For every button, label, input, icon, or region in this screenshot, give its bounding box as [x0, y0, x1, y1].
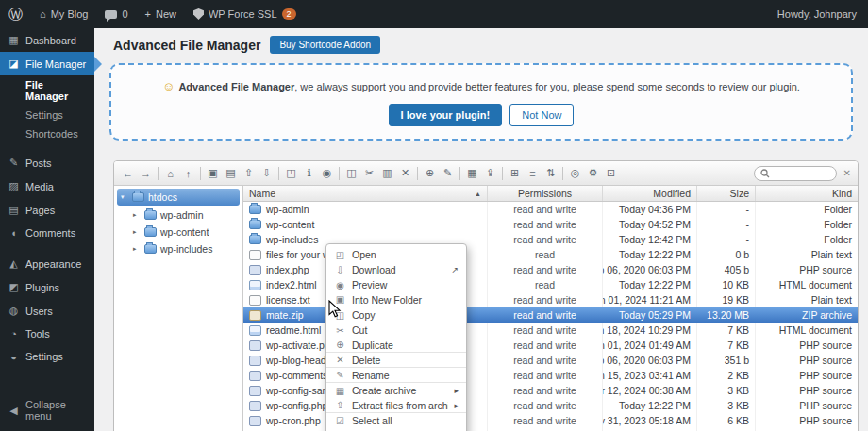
sidebar-item[interactable]: ▤ Pages: [0, 198, 94, 222]
toolbar-icon[interactable]: [158, 167, 159, 180]
sidebar-item[interactable]: ◩ Plugins: [0, 275, 94, 299]
context-menu-item[interactable]: ◫ Copy: [326, 307, 466, 323]
info-icon[interactable]: ℹ: [300, 165, 318, 182]
sidebar-subitem[interactable]: File Manager: [0, 75, 94, 106]
sidebar-item[interactable]: ✎ Posts: [0, 151, 94, 174]
file-type-icon: [249, 205, 261, 214]
love-plugin-button[interactable]: I love your plugin!: [389, 104, 503, 126]
wp-force-ssl-link[interactable]: WP Force SSL 2: [185, 0, 305, 28]
upload-icon[interactable]: ⇧: [240, 165, 258, 182]
preferences-icon[interactable]: ⚙: [584, 165, 602, 182]
fullscreen-icon[interactable]: ⊡: [602, 165, 620, 182]
context-menu-item[interactable]: ⇪ Extract files from archive ▸: [326, 398, 466, 413]
sidebar-item[interactable]: ▦ Dashboard: [0, 28, 94, 52]
extract-icon[interactable]: ⇪: [481, 165, 499, 182]
search-input[interactable]: [774, 167, 830, 179]
context-menu-item[interactable]: ✎ Rename: [326, 368, 466, 383]
search-box[interactable]: [754, 166, 837, 181]
column-header-name[interactable]: Name ▲: [243, 186, 487, 201]
tree-item[interactable]: ▸ wp-includes: [114, 240, 242, 257]
up-icon[interactable]: ↑: [179, 165, 197, 182]
toolbar-icon[interactable]: [502, 167, 503, 180]
site-name-link[interactable]: ⌂ My Blog: [31, 0, 96, 28]
context-menu-item[interactable]: ✂ Cut: [326, 323, 466, 338]
collapse-menu-button[interactable]: ◀ Collapse menu: [0, 393, 94, 427]
icons-view-icon[interactable]: ⊞: [506, 165, 524, 182]
sidebar-item[interactable]: ◭ Appearance: [0, 252, 94, 275]
new-folder-icon[interactable]: ▣: [204, 165, 222, 182]
table-row[interactable]: wp-admin read and write Today 04:36 PM -…: [243, 202, 858, 217]
sidebar-item[interactable]: ◒ Settings: [0, 345, 94, 368]
sidebar-item[interactable]: ◖ Comments: [0, 222, 94, 244]
buy-shortcode-addon-button[interactable]: Buy Shortcode Addon: [270, 36, 380, 54]
sidebar-item[interactable]: ◪ File Manager: [0, 52, 94, 75]
not-now-button[interactable]: Not Now: [509, 104, 574, 126]
tree-item[interactable]: ▸ wp-admin: [114, 207, 242, 224]
download-icon[interactable]: ⇩: [258, 165, 275, 182]
context-menu-item[interactable]: ◰ Open: [326, 247, 466, 262]
folder-icon: [144, 244, 157, 254]
context-menu-item[interactable]: ✕ Delete: [326, 353, 466, 368]
toolbar-icon[interactable]: [459, 167, 460, 180]
preview-eye-icon[interactable]: ◉: [318, 165, 336, 182]
comments-link[interactable]: 0: [96, 0, 136, 28]
howdy-account-link[interactable]: Howdy, Johnpary: [769, 0, 868, 28]
delete-icon[interactable]: ✕: [396, 165, 414, 182]
list-view-icon[interactable]: ≡: [524, 165, 542, 182]
copy-icon[interactable]: ◫: [342, 165, 360, 182]
file-permissions: read and write: [487, 323, 602, 338]
cut-icon[interactable]: ✂: [360, 165, 378, 182]
tree-item-htdocs[interactable]: ▾ htdocs: [117, 189, 240, 206]
context-menu-item[interactable]: ▣ Into New Folder: [326, 292, 466, 307]
new-file-icon[interactable]: ▤: [222, 165, 240, 182]
wordpress-logo-menu[interactable]: Ⓦ: [0, 0, 31, 28]
sidebar-item-label: Settings: [25, 351, 63, 362]
column-header-permissions[interactable]: Permissions: [487, 186, 602, 201]
column-header-kind[interactable]: Kind: [755, 186, 858, 201]
context-menu-item[interactable]: ◉ Preview: [326, 277, 466, 292]
context-menu-item-label: Extract files from archive: [352, 400, 448, 411]
toolbar-icon[interactable]: [417, 167, 418, 180]
duplicate-icon[interactable]: ⊕: [421, 165, 439, 182]
context-menu-item[interactable]: ⇩ Download ↗: [326, 262, 466, 277]
forward-icon[interactable]: →: [137, 165, 155, 182]
caret-right-icon[interactable]: ▸: [133, 211, 141, 219]
context-menu-item-icon: ☑: [334, 416, 346, 426]
hidden-files-icon[interactable]: ◎: [566, 165, 584, 182]
context-menu-item[interactable]: ☑ Select all: [326, 413, 466, 428]
caret-right-icon[interactable]: ▸: [133, 245, 141, 253]
column-header-size[interactable]: Size: [696, 186, 755, 201]
ssl-count-badge: 2: [282, 8, 296, 21]
rename-icon[interactable]: ✎: [439, 165, 457, 182]
home-icon[interactable]: ⌂: [161, 165, 179, 182]
file-name: index2.html: [266, 279, 317, 290]
caret-right-icon[interactable]: ▸: [133, 228, 141, 236]
sidebar-item[interactable]: ◍ Users: [0, 299, 94, 323]
open-icon[interactable]: ◰: [282, 165, 300, 182]
toolbar-icon[interactable]: [562, 167, 563, 180]
sidebar-subitem[interactable]: Settings: [0, 106, 94, 124]
toolbar-icon[interactable]: [200, 167, 201, 180]
back-icon[interactable]: ←: [119, 165, 137, 182]
file-size: 351 b: [696, 353, 755, 368]
file-modified: Jun 18, 2024 10:29 PM: [602, 323, 696, 338]
context-menu-item[interactable]: ▦ Create archive ▸: [326, 383, 466, 398]
file-kind: Plain text: [755, 292, 858, 307]
search-clear-icon[interactable]: ✕: [842, 168, 853, 178]
paste-icon[interactable]: ▥: [378, 165, 396, 182]
sort-icon[interactable]: ⇅: [542, 165, 559, 182]
table-row[interactable]: wp-content read and write Today 04:52 PM…: [243, 217, 858, 232]
new-content-link[interactable]: + New: [137, 0, 185, 28]
comment-bubble-icon: [105, 10, 117, 19]
context-menu-item-arrow: ↗: [451, 265, 459, 274]
tree-item[interactable]: ▸ wp-content: [114, 224, 242, 240]
column-header-modified[interactable]: Modified: [602, 186, 696, 201]
toolbar-icon[interactable]: [278, 167, 279, 180]
caret-down-icon[interactable]: ▾: [121, 193, 128, 201]
context-menu-item[interactable]: ⊕ Duplicate: [326, 338, 466, 353]
toolbar-icon[interactable]: [339, 167, 340, 180]
sidebar-item[interactable]: ▨ Media: [0, 174, 94, 198]
sidebar-item[interactable]: ◔ Tools: [0, 323, 94, 345]
archive-icon[interactable]: ▦: [463, 165, 481, 182]
sidebar-subitem[interactable]: Shortcodes: [0, 124, 94, 143]
